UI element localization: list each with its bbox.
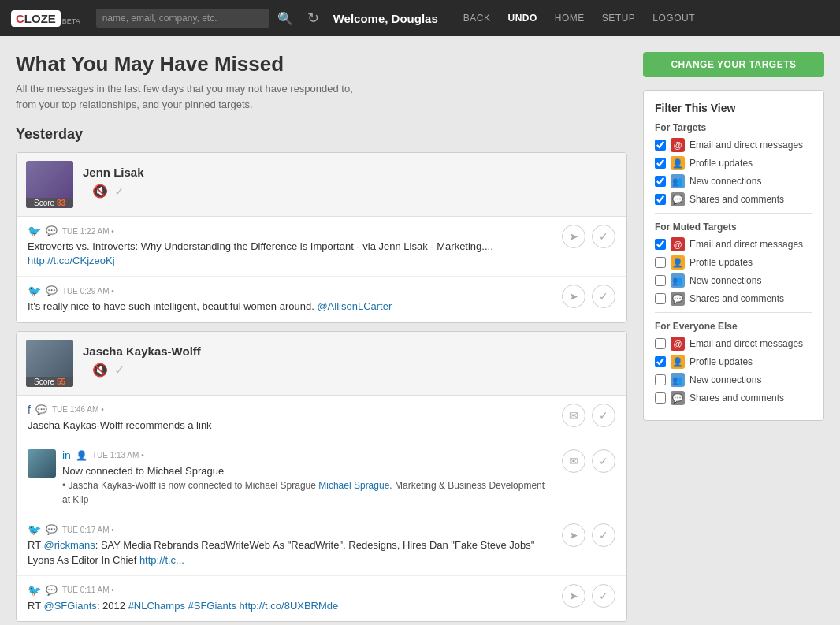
send-button[interactable]: ➤ [562, 584, 585, 608]
filter-section-targets: For Targets [655, 122, 812, 133]
refresh-icon[interactable]: ↻ [307, 9, 319, 27]
twitter-icon: 🐦 [28, 584, 41, 597]
card-actions-jenn: 🔇 ✓ [83, 179, 144, 203]
card-actions-jascha: 🔇 ✓ [83, 358, 201, 382]
contact-name-jascha: Jascha Kaykas-Wolff [83, 344, 201, 358]
filter-targets-shares-checkbox[interactable] [655, 194, 666, 205]
mention-link[interactable]: @rickmans [43, 539, 95, 551]
filter-panel: Filter This View For Targets @ Email and… [643, 90, 824, 421]
nav-back[interactable]: BACK [463, 13, 491, 24]
contact-card-jenn: Score 83 Jenn Lisak 🔇 ✓ 🐦 💬 [16, 152, 627, 323]
message-row: 🐦 💬 TUE 0:11 AM • RT @SFGiants: 2012 #NL… [17, 576, 626, 621]
filter-item: @ Email and direct messages [655, 337, 812, 351]
filter-label: Profile updates [689, 257, 753, 268]
check-button[interactable]: ✓ [592, 404, 615, 427]
msg-link[interactable]: http://t.co/8UXBRMde [240, 600, 339, 612]
email-icon: @ [671, 138, 685, 152]
filter-muted-shares-checkbox[interactable] [655, 293, 666, 304]
messages-jenn: 🐦 💬 TUE 1:22 AM • Extroverts vs. Introve… [17, 217, 626, 322]
msg-text: RT @SFGiants: 2012 #NLChamps #SFGiants h… [28, 599, 554, 613]
nav-setup[interactable]: SETUP [602, 13, 636, 24]
filter-label: Shares and comments [689, 293, 784, 304]
msg-content: 🐦 💬 TUE 1:22 AM • Extroverts vs. Introve… [28, 225, 554, 268]
contact-header-jascha: Score 55 Jascha Kaykas-Wolff 🔇 ✓ [17, 332, 626, 396]
done-icon-jascha[interactable]: ✓ [114, 363, 125, 378]
filter-title: Filter This View [655, 102, 812, 114]
filter-item: 👤 Profile updates [655, 355, 812, 369]
search-button[interactable]: 🔍 [277, 11, 293, 26]
filter-item: 💬 Shares and comments [655, 292, 812, 306]
shares-icon: 💬 [671, 292, 685, 306]
filter-item: 👥 New connections [655, 174, 812, 188]
filter-everyone-profile-checkbox[interactable] [655, 356, 666, 367]
msg-header: in 👤 TUE 1:13 AM • [62, 449, 554, 462]
email-button[interactable]: ✉ [562, 449, 585, 473]
msg-time: TUE 1:46 AM • [52, 405, 104, 414]
send-button[interactable]: ➤ [562, 285, 585, 308]
filter-targets-email-checkbox[interactable] [655, 140, 666, 151]
main-content: What You May Have Missed All the message… [16, 52, 627, 623]
filter-muted-profile-checkbox[interactable] [655, 257, 666, 268]
filter-muted-email-checkbox[interactable] [655, 239, 666, 250]
person-icon: 👤 [76, 450, 87, 461]
filter-item: 💬 Shares and comments [655, 391, 812, 405]
message-row: in 👤 TUE 1:13 AM • Now connected to Mich… [17, 441, 626, 516]
michael-link[interactable]: Michael Sprague [318, 480, 389, 491]
profile-icon: 👤 [671, 255, 685, 270]
filter-targets-profile-checkbox[interactable] [655, 158, 666, 169]
filter-label: Profile updates [689, 158, 753, 169]
mention-link[interactable]: @SFGiants [43, 600, 96, 612]
msg-actions: ➤ ✓ [562, 584, 615, 608]
filter-label: Shares and comments [689, 194, 784, 205]
email-button[interactable]: ✉ [562, 404, 585, 427]
search-input[interactable] [96, 9, 269, 28]
msg-text: It's really nice to have such intelligen… [28, 299, 554, 314]
message-row: 🐦 💬 TUE 0:17 AM • RT @rickmans: SAY Medi… [17, 515, 626, 575]
msg-header: 🐦 💬 TUE 0:29 AM • [28, 285, 554, 297]
message-row: 🐦 💬 TUE 0:29 AM • It's really nice to ha… [17, 277, 626, 322]
nav-undo[interactable]: UNDO [507, 13, 537, 24]
section-title-yesterday: Yesterday [16, 126, 627, 143]
check-button[interactable]: ✓ [592, 225, 615, 248]
filter-targets-connections-checkbox[interactable] [655, 176, 666, 187]
msg-content: 🐦 💬 TUE 0:11 AM • RT @SFGiants: 2012 #NL… [28, 584, 554, 613]
message-row: f 💬 TUE 1:46 AM • Jascha Kaykas-Wolff re… [17, 396, 626, 441]
mute-icon-jenn[interactable]: 🔇 [92, 184, 108, 199]
send-button[interactable]: ➤ [562, 523, 585, 547]
mute-icon-jascha[interactable]: 🔇 [92, 363, 108, 378]
hashtag-nlchamps[interactable]: #NLChamps [128, 600, 185, 612]
filter-item: 👤 Profile updates [655, 156, 812, 170]
shares-icon: 💬 [671, 192, 685, 206]
check-button[interactable]: ✓ [592, 523, 615, 547]
profile-icon: 👤 [671, 156, 685, 170]
msg-header: 🐦 💬 TUE 1:22 AM • [28, 225, 554, 237]
logo: CLOZE [11, 10, 61, 27]
msg-text: RT @rickmans: SAY Media Rebrands ReadWri… [28, 538, 554, 567]
mention-link[interactable]: @AllisonLCarter [317, 300, 392, 312]
msg-time: TUE 1:22 AM • [62, 227, 114, 236]
check-button[interactable]: ✓ [592, 449, 615, 473]
nav-home[interactable]: HOME [555, 13, 585, 24]
top-navigation: CLOZE BETA 🔍 ↻ Welcome, Douglas BACK UND… [0, 0, 840, 36]
filter-muted-connections-checkbox[interactable] [655, 275, 666, 286]
msg-header: 🐦 💬 TUE 0:17 AM • [28, 523, 554, 536]
check-button[interactable]: ✓ [592, 584, 615, 608]
chat-icon: 💬 [46, 524, 58, 535]
score-badge-jenn: Score 83 [26, 198, 73, 208]
filter-everyone-connections-checkbox[interactable] [655, 374, 666, 385]
nav-logout[interactable]: LOGOUT [652, 13, 695, 24]
chat-icon: 💬 [46, 225, 58, 236]
filter-everyone-shares-checkbox[interactable] [655, 392, 666, 404]
hashtag-sfgiants[interactable]: #SFGiants [188, 600, 236, 612]
check-button[interactable]: ✓ [592, 285, 615, 308]
send-button[interactable]: ➤ [562, 225, 585, 248]
done-icon-jenn[interactable]: ✓ [114, 184, 125, 199]
change-targets-button[interactable]: CHANGE YOUR TARGETS [643, 52, 824, 77]
msg-actions: ➤ ✓ [562, 285, 615, 308]
msg-link[interactable]: http://t.c... [139, 554, 184, 566]
filter-everyone-email-checkbox[interactable] [655, 338, 666, 349]
avatar-michael [28, 449, 56, 478]
msg-link[interactable]: http://t.co/CKjzeoKj [28, 255, 115, 266]
contact-card-jascha: Score 55 Jascha Kaykas-Wolff 🔇 ✓ f [16, 331, 627, 622]
email-icon: @ [671, 337, 685, 351]
